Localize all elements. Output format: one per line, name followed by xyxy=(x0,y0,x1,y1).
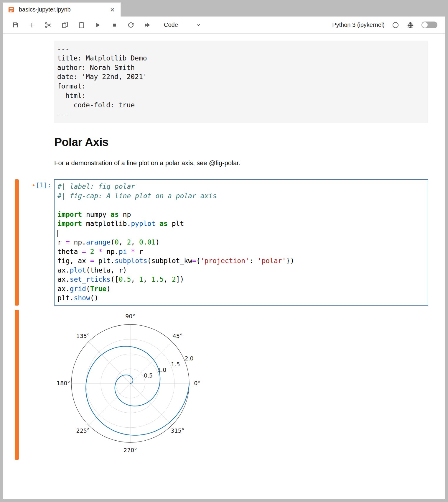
insert-cell-button[interactable] xyxy=(27,20,37,30)
notebook-file-icon xyxy=(8,6,15,13)
paste-cells-button[interactable] xyxy=(77,20,86,30)
raw-cell-collapser[interactable] xyxy=(15,41,19,123)
paste-icon xyxy=(78,21,85,29)
scissors-icon xyxy=(45,21,52,29)
output-collapser[interactable] xyxy=(15,310,19,460)
svg-text:0.5: 0.5 xyxy=(144,372,153,379)
svg-text:2.0: 2.0 xyxy=(185,355,193,362)
svg-text:90°: 90° xyxy=(125,313,135,319)
execution-prompt: •[1]: xyxy=(19,179,54,306)
notebook-toolbar: Code Python 3 (ipykernel) xyxy=(3,17,445,34)
tab-strip: basics-jupyter.ipynb × xyxy=(0,0,448,17)
markdown-cell: Polar Axis For a demonstration of a line… xyxy=(3,123,445,167)
kernel-status-icon xyxy=(392,21,399,29)
raw-cell-content[interactable]: --- title: Matplotlib Demo author: Norah… xyxy=(54,41,428,123)
run-icon xyxy=(94,22,101,29)
debugger-bug-icon[interactable] xyxy=(406,21,414,29)
restart-kernel-button[interactable] xyxy=(126,20,136,30)
section-heading: Polar Axis xyxy=(54,136,428,149)
execution-bullet: • xyxy=(32,182,35,189)
kernel-name[interactable]: Python 3 (ipykernel) xyxy=(332,22,385,28)
output-prompt xyxy=(19,310,54,460)
interface-toggle[interactable] xyxy=(421,22,437,28)
save-button[interactable] xyxy=(11,20,20,30)
markdown-cell-collapser[interactable] xyxy=(15,123,19,167)
polar-plot-figure: 0°45°90°135°180°225°270°315°0.51.01.52.0 xyxy=(57,310,428,460)
polar-plot-svg: 0°45°90°135°180°225°270°315°0.51.01.52.0 xyxy=(57,310,210,459)
svg-text:1.5: 1.5 xyxy=(171,361,180,367)
svg-text:315°: 315° xyxy=(171,427,185,434)
notebook-content: --- title: Matplotlib Demo author: Norah… xyxy=(3,34,445,460)
stop-icon xyxy=(111,22,118,29)
restart-icon xyxy=(127,21,135,29)
code-cell: •[1]: #| label: fig-polar#| fig-cap: A l… xyxy=(3,179,445,306)
run-cell-button[interactable] xyxy=(93,20,103,30)
raw-cell-prompt xyxy=(19,41,54,123)
copy-cells-button[interactable] xyxy=(60,20,70,30)
section-paragraph: For a demonstration of a line plot on a … xyxy=(54,159,428,167)
cut-cells-button[interactable] xyxy=(44,20,53,30)
interrupt-kernel-button[interactable] xyxy=(110,20,119,30)
copy-icon xyxy=(61,21,69,29)
cell-type-select[interactable]: Code xyxy=(164,22,202,28)
svg-text:45°: 45° xyxy=(173,332,183,339)
notebook-window: Code Python 3 (ipykernel) xyxy=(3,17,445,499)
code-cell-collapser[interactable] xyxy=(15,179,19,306)
output-cell: 0°45°90°135°180°225°270°315°0.51.01.52.0 xyxy=(3,310,445,460)
save-icon xyxy=(12,21,19,29)
restart-run-all-button[interactable] xyxy=(143,20,152,30)
svg-text:0°: 0° xyxy=(194,380,200,386)
svg-text:225°: 225° xyxy=(76,427,90,434)
code-editor[interactable]: #| label: fig-polar#| fig-cap: A line pl… xyxy=(54,179,428,306)
svg-text:180°: 180° xyxy=(57,380,70,386)
markdown-rendered[interactable]: Polar Axis For a demonstration of a line… xyxy=(54,123,428,167)
plus-icon xyxy=(28,22,35,29)
markdown-cell-prompt xyxy=(19,123,54,167)
toggle-knob xyxy=(422,22,428,28)
execution-count: [1]: xyxy=(36,181,51,189)
notebook-tab[interactable]: basics-jupyter.ipynb × xyxy=(3,2,121,17)
cell-type-value: Code xyxy=(164,22,178,28)
raw-cell: --- title: Matplotlib Demo author: Norah… xyxy=(3,41,445,123)
fast-forward-icon xyxy=(144,21,151,29)
chevron-down-icon xyxy=(195,22,202,28)
tab-title: basics-jupyter.ipynb xyxy=(19,6,109,13)
svg-text:1.0: 1.0 xyxy=(157,366,166,373)
svg-text:135°: 135° xyxy=(76,332,90,339)
svg-text:270°: 270° xyxy=(123,447,137,453)
close-tab-icon[interactable]: × xyxy=(109,6,116,14)
